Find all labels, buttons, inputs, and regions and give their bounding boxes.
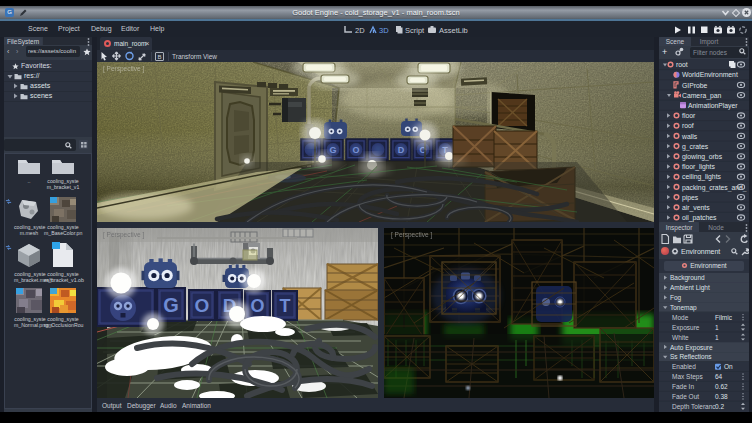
svg-text:0.2: 0.2 bbox=[715, 403, 724, 410]
svg-text:[ Perspective ]: [ Perspective ] bbox=[103, 65, 144, 73]
svg-text:G: G bbox=[163, 294, 179, 316]
svg-text:air_vents: air_vents bbox=[682, 204, 710, 212]
svg-text:Max Steps: Max Steps bbox=[672, 373, 703, 381]
svg-text:AnimationPlayer: AnimationPlayer bbox=[688, 102, 738, 110]
svg-text:Camera_pan: Camera_pan bbox=[682, 92, 722, 100]
svg-text:floor_lights: floor_lights bbox=[682, 163, 715, 171]
svg-text:glowing_orbs: glowing_orbs bbox=[682, 153, 723, 161]
svg-text:O: O bbox=[250, 296, 264, 316]
svg-text:1: 1 bbox=[715, 324, 719, 331]
svg-text:2D: 2D bbox=[355, 26, 365, 35]
svg-text:0.38: 0.38 bbox=[715, 393, 728, 400]
svg-text:Fade In: Fade In bbox=[672, 383, 694, 390]
svg-text:Background: Background bbox=[670, 274, 705, 282]
svg-text:1: 1 bbox=[715, 334, 719, 341]
svg-text:T: T bbox=[280, 296, 291, 316]
svg-text:0.62: 0.62 bbox=[715, 383, 728, 390]
svg-text:ceiling_lights: ceiling_lights bbox=[682, 173, 722, 181]
svg-text:64: 64 bbox=[715, 373, 723, 380]
svg-text:Fog: Fog bbox=[670, 294, 682, 302]
svg-text:Filmic: Filmic bbox=[715, 314, 733, 321]
svg-text:Ambient Light: Ambient Light bbox=[670, 284, 710, 292]
svg-text:floor: floor bbox=[682, 112, 696, 119]
svg-text:GIProbe: GIProbe bbox=[682, 82, 708, 89]
svg-text:White: White bbox=[672, 334, 689, 341]
svg-text:Script: Script bbox=[405, 26, 425, 35]
svg-text:Enabled: Enabled bbox=[672, 363, 696, 370]
svg-text:[ Perspective ]: [ Perspective ] bbox=[103, 231, 144, 239]
svg-text:oil_patches: oil_patches bbox=[682, 214, 717, 222]
svg-text:3D: 3D bbox=[379, 26, 389, 35]
svg-text:Tonemap: Tonemap bbox=[670, 304, 697, 312]
svg-text:g_crates: g_crates bbox=[682, 143, 709, 151]
svg-text:[ Perspective ]: [ Perspective ] bbox=[391, 231, 432, 239]
svg-text:walls: walls bbox=[681, 133, 698, 140]
svg-text:WorldEnvironment: WorldEnvironment bbox=[682, 71, 738, 78]
svg-text:Ss Reflections: Ss Reflections bbox=[670, 353, 712, 360]
svg-text:Fade Out: Fade Out bbox=[672, 393, 699, 400]
svg-text:O: O bbox=[195, 295, 210, 316]
svg-text:On: On bbox=[724, 363, 733, 370]
svg-text:Exposure: Exposure bbox=[672, 324, 700, 332]
svg-text:Mode: Mode bbox=[672, 314, 689, 321]
svg-text:Auto Exposure: Auto Exposure bbox=[670, 344, 713, 352]
svg-text:Depth Toleranc: Depth Toleranc bbox=[672, 403, 716, 411]
svg-text:roof: roof bbox=[682, 122, 694, 129]
svg-text:root: root bbox=[676, 61, 688, 68]
svg-text:AssetLib: AssetLib bbox=[439, 26, 468, 35]
svg-text:pipes: pipes bbox=[682, 194, 699, 202]
